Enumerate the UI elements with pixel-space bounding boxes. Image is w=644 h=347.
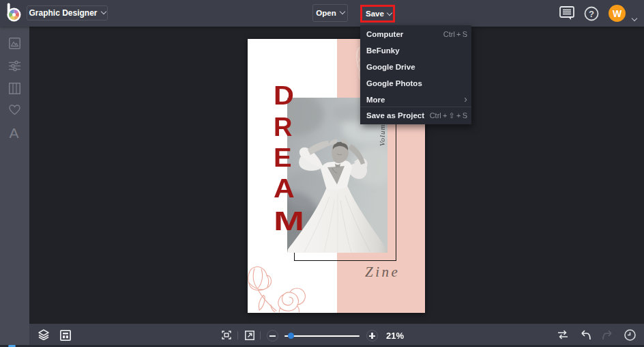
svg-text:?: ? — [589, 9, 594, 19]
